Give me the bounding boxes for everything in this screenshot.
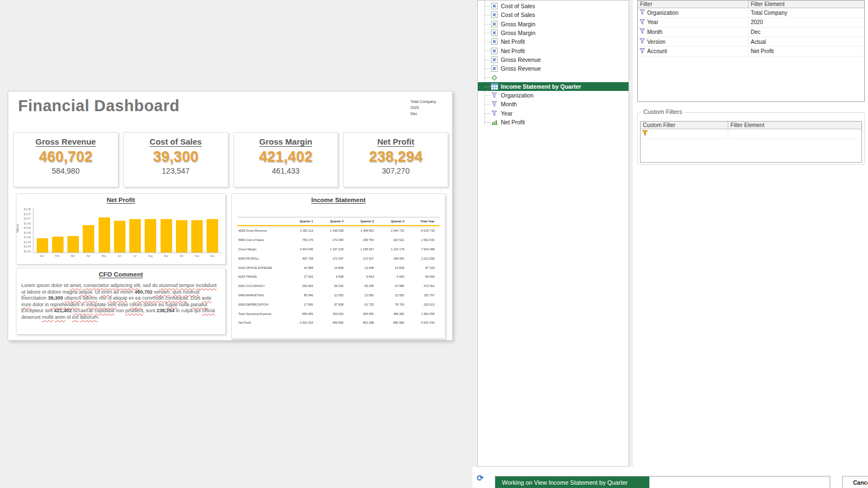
tree-item-gross-revenue[interactable]: Gross Revenue [478,55,629,64]
cfo-text-segment: cillum [129,302,142,307]
cfo-text-segment: proident [125,308,144,313]
kpi-card-net-profit: Net Profit238,294307,270 [343,132,448,187]
tree-connector [484,6,490,7]
filter-table: Filter Filter Element OrganizationTotal … [637,0,865,102]
cfo-text-segment: labore et dolore magna [26,289,79,295]
custom-filter-table-header: Custom Filter Filter Element [641,122,861,129]
income-statement-panel: Income Statement Quarter 1Quarter 2Quart… [231,193,446,339]
tree-item-net-profit[interactable]: Net Profit [478,46,629,55]
cfo-text-segment: . Ut [92,289,101,295]
filter-row-organization[interactable]: OrganizationTotal Company [638,8,864,18]
filter-element-value: Actual [749,39,864,45]
income-statement-value: 400 728 [288,257,318,260]
tree-item-net-profit[interactable]: Net Profit [478,37,629,46]
income-statement-header-cell: Quarter 3 [349,220,379,223]
custom-filters-group: Custom Filters Custom Filter Filter Elem… [637,112,865,165]
filter-table-header: Filter Filter Element [638,1,864,8]
income-statement-value: 1 158 937 [349,248,379,251]
custom-filter-rows [641,129,861,139]
cfo-text-segment: est [72,314,79,320]
cfo-text-segment: fugiat [165,302,178,307]
income-statement-value: 14 828 [379,266,409,269]
custom-filter-column-header: Custom Filter [641,122,728,129]
bar-column-jan [35,238,50,252]
custom-filter-name-cell [641,129,728,139]
orange-funnel-icon [642,130,648,137]
tree-item-gross-margin[interactable]: Gross Margin [478,28,629,37]
cfo-text-segment: nostrud [183,289,199,295]
income-statement-value: 472 062 [409,284,439,288]
income-statement-row-label: 6499 MARKETING [237,294,288,297]
tree-item-gross-margin[interactable]: Gross Margin [478,20,629,28]
funnel-icon [639,9,646,16]
bar-oct [176,220,187,252]
income-statement-value: 97 685 [379,284,409,288]
funnel-icon [639,48,646,55]
income-statement-row-label: Net Profit [237,321,288,324]
income-statement-value: 4 182 113 [288,229,318,232]
bar-column-dec [205,219,220,252]
kpi-label: Cost of Sales [124,137,228,146]
page-title: Financial Dashboard [18,97,180,115]
income-statement-value: 1 458 652 [349,229,379,232]
income-statement-value: 8 615 743 [409,229,439,232]
bar-nov [191,220,203,252]
income-statement-row-label: 6099 PAYROLL [237,257,288,260]
cfo-text-segment: veniam [154,289,170,295]
tree-connector [484,50,490,51]
tree-item-organization[interactable]: Organization [478,91,629,100]
tree-item-shape[interactable] [478,73,629,82]
income-statement-value: 22 550 [379,294,409,297]
income-statement-value: 56 906 [409,275,439,278]
filter-row-year[interactable]: Year2020 [638,18,864,28]
income-statement-value: 3 404 645 [288,248,318,251]
income-statement-value: 320 521 [379,238,409,242]
tree-item-cost-of-sales[interactable]: Cost of Sales [478,2,629,10]
bar-column-apr [81,225,96,252]
kpi-label: Gross Revenue [14,137,118,146]
tree-item-income-statement-by-quarter[interactable]: Income Statement by Quarter [478,82,629,91]
tree-item-label: Year [501,110,512,117]
income-statement-value: 956 835 [288,312,318,315]
filter-row-month[interactable]: MonthDec [638,27,864,37]
tree-connector [484,42,490,42]
filter-column-header: Filter [638,1,749,8]
income-statement-row-6099-payroll: 6099 PAYROLL400 728172 637172 627168 054… [237,254,439,263]
tree-item-cost-of-sales[interactable]: Cost of Sales [478,10,629,19]
bar-sep [161,219,172,252]
income-statement-value: 55 266 [318,284,348,288]
cfo-text-segment: dolor in [31,302,50,307]
income-statement-row-6499-marketing: 6499 MARKETING85 54622 55022 55022 55015… [237,291,439,300]
tree-connector [484,15,490,15]
filter-row-account[interactable]: AccountNet Profit [638,47,864,56]
chart-title: Net Profit [16,197,225,203]
tree-item-month[interactable]: Month [478,100,629,108]
filter-name-label: Version [647,39,665,45]
cfo-text-segment: consectetur adipiscing elit [84,283,140,288]
tree-item-net-profit[interactable]: Net Profit [478,118,629,127]
cfo-text-segment: anim [55,314,66,320]
bar-column-nov [190,220,205,252]
income-statement-table: Quarter 1Quarter 2Quarter 3Quarter 4Tota… [237,217,439,328]
tree-item-label: Net Profit [501,38,525,45]
kpi-prior-value: 123,547 [124,167,228,175]
tree-item-year[interactable]: Year [478,109,629,118]
cfo-text-segment: cupidatat [94,308,115,313]
custom-filter-row[interactable] [641,129,861,139]
shape-icon [491,74,499,81]
cfo-text-segment: quis [173,289,182,295]
cfo-text-segment: ut aliquip [107,295,127,301]
cancel-button[interactable]: Cancel [842,476,868,488]
chart-y-tick: $ 0.48 [19,208,31,211]
tree-item-gross-revenue[interactable]: Gross Revenue [478,64,629,73]
income-statement-value: 168 054 [379,257,409,260]
kpi-value: 39,300 [124,148,228,165]
income-statement-value: 1 962 056 [409,312,439,315]
refresh-icon[interactable]: ⟳ [477,473,484,483]
filter-row-version[interactable]: VersionActual [638,37,864,47]
income-statement-value: 172 627 [349,257,379,260]
cfo-text-segment: , sed do [140,283,159,288]
income-statement-row-6100-office-expense: 6100 OFFICE EXPENSE42 85814 80814 60814 … [237,263,439,272]
chart-y-ticks: $ 0.48$ 0.47$ 0.47$ 0.46$ 0.46$ 0.45$ 0.… [19,208,31,253]
funnel-icon [639,19,646,26]
